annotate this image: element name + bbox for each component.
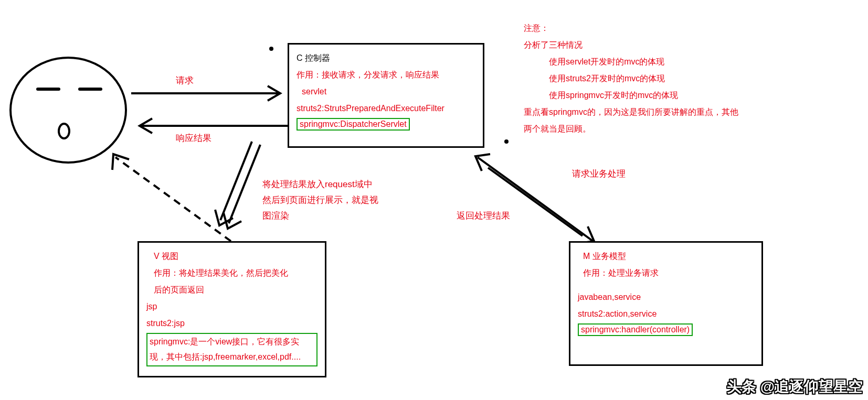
view-role-2: 后的页面返回	[154, 282, 317, 298]
svg-line-7	[115, 157, 231, 241]
svg-line-9	[488, 168, 583, 236]
model-title: M 业务模型	[583, 248, 754, 265]
view-jsp: jsp	[146, 298, 317, 315]
model-javabean: javabean,service	[578, 289, 754, 306]
label-return-result: 返回处理结果	[457, 210, 510, 222]
model-springmvc: springmvc:handler(controller)	[581, 325, 690, 334]
controller-role: 作用：接收请求，分发请求，响应结果	[297, 67, 475, 83]
svg-point-1	[59, 124, 69, 138]
notes-l1: 注意：	[524, 20, 776, 37]
label-request: 请求	[176, 74, 194, 87]
notes-l5: 使用springmvc开发时的mvc的体现	[549, 87, 776, 104]
controller-springmvc-highlight: springmvc:DispatcherServlet	[297, 118, 410, 131]
view-box: V 视图 作用：将处理结果美化，然后把美化 后的页面返回 jsp struts2…	[137, 241, 326, 377]
notes-block: 注意： 分析了三种情况 使用servlet开发时的mvc的体现 使用struts…	[524, 20, 776, 137]
notes-l2: 分析了三种情况	[524, 37, 776, 53]
model-springmvc-highlight: springmvc:handler(controller)	[578, 323, 693, 336]
controller-struts2: struts2:StrutsPreparedAndExecuteFilter	[297, 100, 475, 117]
svg-point-10	[504, 139, 509, 144]
label-request-biz: 请求业务处理	[572, 168, 626, 180]
view-role-1: 作用：将处理结果美化，然后把美化	[154, 265, 317, 282]
notes-l7: 两个就当是回顾。	[524, 121, 776, 137]
watermark-text: 头条 @追逐仰望星空	[727, 377, 863, 397]
arrow-controller-model-icon	[462, 147, 609, 252]
controller-servlet: servlet	[302, 83, 475, 100]
model-box: M 业务模型 作用：处理业务请求 javabean,service struts…	[569, 241, 763, 366]
label-to-view-1: 将处理结果放入request域中	[262, 178, 373, 190]
arrow-view-to-user-icon	[105, 147, 241, 252]
view-title: V 视图	[154, 248, 317, 265]
label-to-view-3: 图渲染	[262, 210, 289, 222]
controller-box: C 控制器 作用：接收请求，分发请求，响应结果 servlet struts2:…	[288, 43, 484, 148]
notes-l3: 使用servlet开发时的mvc的体现	[549, 53, 776, 70]
svg-point-4	[269, 47, 273, 51]
view-springmvc-highlight: springmvc:是一个view接口，它有很多实 现，其中包括:jsp,fre…	[146, 333, 317, 366]
dot-icon	[269, 46, 274, 51]
view-springmvc-2: 现，其中包括:jsp,freemarker,excel,pdf....	[150, 350, 314, 365]
dot2-icon	[504, 139, 509, 144]
controller-springmvc: springmvc:DispatcherServlet	[300, 120, 407, 128]
notes-l4: 使用struts2开发时的mvc的体现	[549, 70, 776, 87]
view-struts2: struts2:jsp	[146, 315, 317, 332]
view-springmvc-1: springmvc:是一个view接口，它有很多实	[150, 334, 314, 350]
notes-l6: 重点看springmvc的，因为这是我们所要讲解的重点，其他	[524, 104, 776, 121]
arrow-request-icon	[131, 83, 289, 104]
model-struts2: struts2:action,service	[578, 306, 754, 322]
controller-title: C 控制器	[297, 50, 475, 67]
model-role: 作用：处理业务请求	[583, 265, 754, 282]
label-to-view-2: 然后到页面进行展示，就是视	[262, 194, 378, 206]
